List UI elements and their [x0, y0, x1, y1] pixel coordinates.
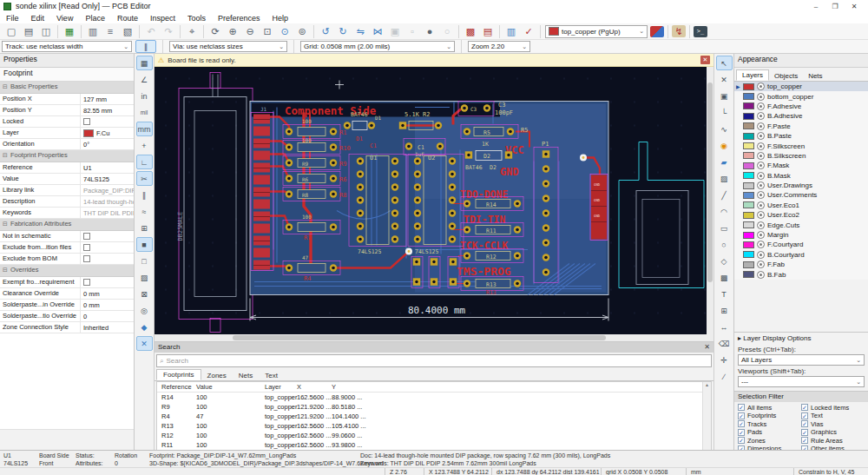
zoom-in-icon[interactable]: ⊕ [225, 24, 240, 38]
visibility-eye-icon[interactable] [757, 82, 765, 90]
checkbox-checked[interactable]: ✓ [738, 404, 745, 411]
presets-combo[interactable]: All Layers⌄ [738, 354, 865, 366]
property-value[interactable]: 0 [81, 311, 134, 321]
track-width-combo[interactable]: Track: use netclass width⌄ [2, 41, 132, 52]
arc-tool-icon[interactable]: ◠ [716, 204, 733, 219]
minimize-button[interactable]: – [807, 1, 825, 11]
menu-help[interactable]: Help [266, 13, 295, 23]
visibility-eye-icon[interactable] [757, 122, 765, 130]
checkbox-checked[interactable]: ✓ [801, 412, 808, 419]
canvas-vertical-scrollbar[interactable] [707, 67, 713, 334]
checkbox[interactable] [83, 279, 90, 286]
textbox-tool-icon[interactable]: ⊞ [716, 303, 733, 318]
menu-tools[interactable]: Tools [181, 13, 212, 23]
dimension-tool-icon[interactable]: ↔ [716, 320, 733, 334]
select-tool-icon[interactable]: ↖ [716, 56, 733, 70]
layer-f-mask[interactable]: F.Mask [734, 161, 868, 170]
property-value[interactable] [81, 242, 134, 253]
section-header-overrides[interactable]: ⊟Overrides [0, 265, 134, 277]
search-tab-text[interactable]: Text [259, 371, 284, 380]
visibility-eye-icon[interactable] [757, 191, 765, 199]
visibility-eye-icon[interactable] [757, 241, 765, 248]
property-value[interactable]: 127 mm [81, 94, 134, 104]
visibility-eye-icon[interactable] [757, 112, 765, 120]
layer-b-mask[interactable]: B.Mask [734, 171, 868, 181]
property-value[interactable] [81, 277, 134, 287]
checkbox[interactable] [83, 118, 90, 125]
property-value[interactable] [81, 254, 134, 264]
section-header-basic-properties[interactable]: ⊟Basic Properties [0, 82, 134, 94]
column-header-layer[interactable]: Layer [265, 382, 297, 392]
filter-text[interactable]: ✓Text [801, 412, 865, 420]
zone-outline-icon[interactable]: □ [136, 254, 153, 268]
checkbox-checked[interactable]: ✓ [801, 420, 808, 427]
property-value[interactable]: 0° [81, 139, 134, 149]
section-header-fabrication-attributes[interactable]: ⊟Fabrication Attributes [0, 219, 134, 231]
line-tool-icon[interactable]: ╱ [716, 188, 733, 202]
layer-color-swatch[interactable] [743, 102, 754, 109]
layer-color-swatch[interactable] [743, 261, 754, 268]
page-settings-icon[interactable]: ▥ [85, 24, 101, 38]
layer-color-swatch[interactable] [743, 122, 754, 129]
show-ratsnest-icon[interactable]: ▩ [463, 24, 478, 38]
visibility-eye-icon[interactable] [757, 93, 765, 101]
inactive-layer-dim-icon[interactable]: ◆ [136, 320, 153, 334]
property-value[interactable]: 0 mm [81, 300, 134, 310]
table-row[interactable]: R12100top_copper162.5600 ...99.0600 ... [157, 431, 711, 440]
table-row[interactable]: R11100top_copper162.5600 ...93.9800 ... [157, 440, 711, 450]
origin-tool-icon[interactable]: ✛ [716, 353, 733, 367]
layer-color-swatch[interactable] [743, 251, 754, 258]
visibility-eye-icon[interactable] [757, 201, 765, 209]
layer-top_copper[interactable]: ▶top_copper [734, 82, 868, 91]
zone-hatched-icon[interactable]: ▨ [136, 270, 153, 285]
filter-graphics[interactable]: ✓Graphics [801, 429, 865, 437]
unlock-icon[interactable]: ○ [439, 24, 455, 38]
find-icon[interactable]: ⌖ [184, 24, 200, 38]
visibility-eye-icon[interactable] [757, 162, 765, 169]
maximize-button[interactable]: ❐ [826, 1, 844, 11]
checkbox[interactable] [83, 255, 90, 262]
measure-tool-icon[interactable]: ∕ [716, 369, 733, 384]
layer-f-fab[interactable]: F.Fab [734, 260, 868, 269]
drc-icon[interactable]: ✓ [521, 24, 536, 38]
layer-color-swatch[interactable] [743, 113, 754, 120]
close-button[interactable]: ✕ [845, 1, 863, 11]
property-value[interactable]: Inherited [81, 322, 134, 333]
units-mm-icon[interactable]: mm [136, 122, 153, 136]
visibility-eye-icon[interactable] [757, 152, 765, 160]
table-row[interactable]: R13100top_copper162.5600 ...105.4100 ... [157, 421, 711, 431]
layer-bottom_copper[interactable]: bottom_copper [734, 91, 868, 101]
undo-icon[interactable]: ↶ [143, 24, 159, 38]
canvas-horizontal-scrollbar[interactable] [155, 334, 713, 341]
layer-b-fab[interactable]: B.Fab [734, 269, 868, 279]
cross-probe-icon[interactable]: ✕ [136, 336, 153, 351]
footprint-checker-icon[interactable]: ▤ [480, 24, 496, 38]
property-value[interactable]: 14-lead though-hole mour [81, 196, 134, 207]
visibility-eye-icon[interactable] [757, 221, 765, 229]
tune-length-tool-icon[interactable]: ∿ [716, 122, 733, 136]
menu-place[interactable]: Place [79, 13, 111, 23]
layer-margin[interactable]: Margin [734, 230, 868, 240]
delete-tool-icon[interactable]: ⌫ [716, 336, 733, 351]
layer-color-swatch[interactable] [743, 162, 754, 169]
track-posture-icon[interactable]: ∥ [135, 40, 156, 53]
layer-user-comments[interactable]: User.Comments [734, 190, 868, 200]
layer-color-swatch[interactable] [743, 201, 754, 208]
visibility-eye-icon[interactable] [757, 211, 765, 219]
property-value[interactable] [81, 116, 134, 127]
search-close-icon[interactable]: ✕ [704, 342, 710, 353]
filter-all-items[interactable]: ✓All items [738, 404, 801, 412]
property-value[interactable]: Package_DIP:DIP-14_W7.62 [81, 185, 134, 195]
ratsnest-hide-icon[interactable]: ∥ [136, 188, 153, 202]
ratsnest-curved-icon[interactable]: ✂ [136, 171, 153, 186]
filter-zones[interactable]: ✓Zones [738, 437, 801, 445]
visibility-eye-icon[interactable] [757, 102, 765, 110]
zoom-out-icon[interactable]: ⊖ [242, 24, 258, 38]
layer-color-swatch[interactable] [743, 221, 754, 228]
net-color-mode-icon[interactable]: ≈ [136, 204, 153, 219]
property-value[interactable]: 0 mm [81, 288, 134, 299]
plot-icon[interactable]: ▧ [120, 24, 135, 38]
layer-b-adhesive[interactable]: B.Adhesive [734, 111, 868, 121]
search-tab-zones[interactable]: Zones [201, 371, 233, 380]
menu-route[interactable]: Route [111, 13, 144, 23]
